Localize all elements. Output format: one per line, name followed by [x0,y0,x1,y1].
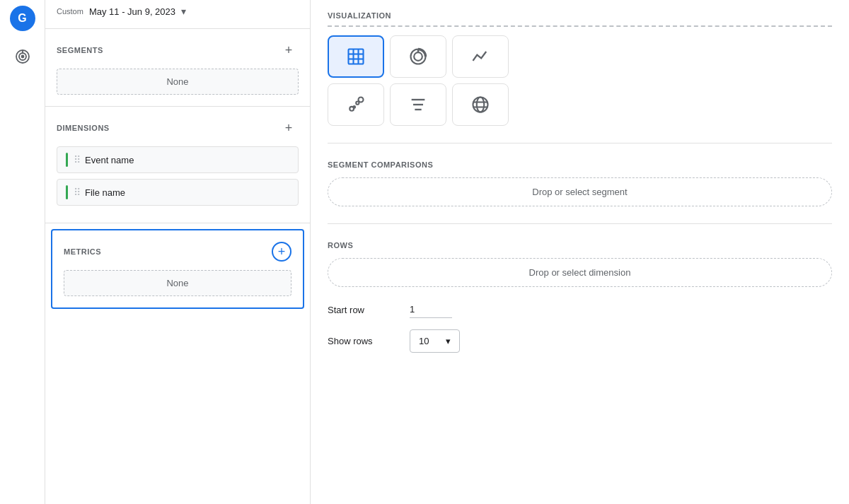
visualization-section: VISUALIZATION [328,11,832,143]
svg-point-15 [353,106,355,108]
green-indicator [66,185,68,199]
left-panel: Custom May 11 - Jun 9, 2023 ▾ SEGMENTS +… [45,0,311,504]
show-rows-select[interactable]: 10 ▾ [410,329,460,353]
segments-header: SEGMENTS + [57,40,299,60]
add-dimension-button[interactable]: + [279,118,299,138]
map-viz-button[interactable] [452,83,509,126]
right-panel: VISUALIZATION [311,0,849,504]
drop-segment-box[interactable]: Drop or select segment [328,177,832,206]
green-indicator [66,153,68,167]
visualization-grid [328,35,832,126]
show-rows-label: Show rows [328,336,398,346]
scatter-viz-button[interactable] [328,83,384,126]
show-rows-value: 10 [419,336,429,346]
segment-comparisons-title: SEGMENT COMPARISONS [328,160,832,169]
metrics-title: METRICS [64,247,101,256]
drop-dimension-box[interactable]: Drop or select dimension [328,258,832,287]
donut-viz-button[interactable] [390,35,446,78]
dimension-label-event: Event name [85,155,134,165]
visualization-title: VISUALIZATION [328,11,832,27]
bar-viz-button[interactable] [390,83,446,126]
date-row: Custom May 11 - Jun 9, 2023 ▾ [45,0,310,29]
add-metric-button[interactable]: + [272,242,291,262]
table-viz-button[interactable] [328,35,384,78]
start-row-input[interactable] [410,301,452,318]
line-viz-button[interactable] [452,35,509,78]
show-rows-field: Show rows 10 ▾ [328,329,832,353]
rows-section: ROWS Drop or select dimension Start row … [328,241,832,353]
metrics-none[interactable]: None [64,270,291,296]
segments-title: SEGMENTS [57,46,103,54]
svg-rect-4 [349,49,364,64]
svg-point-19 [473,98,488,112]
drag-handle-icon: ⠿ [74,187,79,198]
dimensions-header: DIMENSIONS + [57,118,299,138]
metrics-header: METRICS + [64,242,291,262]
add-segment-button[interactable]: + [279,40,299,60]
nav-logo[interactable]: G [10,6,35,31]
date-preset: Custom [57,7,83,16]
start-row-label: Start row [328,305,398,315]
radar-icon[interactable] [8,42,37,71]
svg-point-20 [477,98,485,112]
dimension-item-file[interactable]: ⠿ File name [57,179,299,206]
dimensions-section: DIMENSIONS + ⠿ Event name ⠿ File name [45,107,310,223]
date-dropdown-icon[interactable]: ▾ [181,6,186,17]
dimension-item-event[interactable]: ⠿ Event name [57,146,299,173]
start-row-field: Start row [328,301,832,318]
segments-none[interactable]: None [57,69,299,95]
dimension-label-file: File name [85,187,125,198]
drag-handle-icon: ⠿ [74,154,79,165]
nav-bar: G [0,0,45,504]
date-range: May 11 - Jun 9, 2023 [89,6,175,17]
metrics-section: METRICS + None [51,229,304,309]
svg-point-2 [21,56,23,58]
segment-comparisons-section: SEGMENT COMPARISONS Drop or select segme… [328,160,832,224]
rows-title: ROWS [328,241,832,250]
segments-section: SEGMENTS + None [45,29,310,107]
show-rows-chevron-icon: ▾ [446,336,451,346]
svg-point-14 [359,98,364,102]
dimensions-title: DIMENSIONS [57,124,110,132]
svg-point-10 [414,52,422,61]
